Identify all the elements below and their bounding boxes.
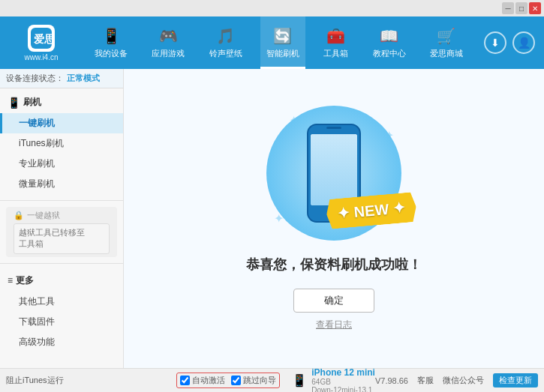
svg-rect-4	[326, 127, 341, 129]
status-value: 正常模式	[67, 73, 100, 84]
checkbox-group: 自动激活 跳过向导	[176, 373, 280, 388]
bottom-bar: 阻止iTunes运行 自动激活 跳过向导 📱 iPhone 12 mini 64…	[0, 368, 544, 392]
more-label: 更多	[16, 274, 34, 287]
skip-wizard-input[interactable]	[231, 376, 241, 385]
logo-text: www.i4.cn	[24, 53, 58, 61]
auto-launch-checkbox[interactable]: 自动激活	[180, 375, 225, 386]
tutorial-label: 教程中心	[373, 48, 406, 59]
nav-item-ringtones[interactable]: 🎵 铃声壁纸	[203, 16, 248, 69]
nav-item-smart-flash[interactable]: 🔄 智能刷机	[260, 16, 305, 69]
flash-section-label: 刷机	[23, 96, 41, 109]
more-section: ≡ 更多 其他工具 下载固件 高级功能	[0, 267, 123, 355]
device-firmware: Down-12mini-13,1	[311, 386, 375, 393]
update-button[interactable]: 检查更新	[493, 373, 538, 388]
smart-flash-label: 智能刷机	[266, 48, 299, 59]
logo-icon: 爱思	[28, 25, 55, 52]
divider-2	[0, 263, 123, 264]
wechat-link[interactable]: 微信公众号	[443, 375, 484, 386]
status-label: 设备连接状态：	[6, 73, 64, 84]
toolbox-icon: 🧰	[326, 27, 345, 45]
nav-items: 📱 我的设备 🎮 应用游戏 🎵 铃声壁纸 🔄 智能刷机 🧰 工具箱 📖 教程中心…	[83, 16, 475, 69]
logo[interactable]: 爱思 www.i4.cn	[0, 25, 83, 61]
jailbreak-notice: 越狱工具已转移至工具箱	[14, 223, 110, 254]
svg-text:爱思: 爱思	[34, 33, 52, 45]
store-label: 爱思商城	[430, 48, 463, 59]
version-label: V7.98.66	[375, 376, 408, 385]
divider-1	[0, 200, 123, 201]
close-button[interactable]: ✕	[529, 2, 541, 14]
device-info: 📱 iPhone 12 mini 64GB Down-12mini-13,1	[292, 367, 375, 393]
smart-flash-icon: 🔄	[273, 27, 292, 45]
download-button[interactable]: ⬇	[484, 31, 506, 54]
secondary-link[interactable]: 查看日志	[316, 319, 352, 331]
toolbox-label: 工具箱	[323, 48, 348, 59]
circle-background: ✦ NEW ✦	[266, 106, 401, 241]
success-message: 恭喜您，保资料刷机成功啦！	[246, 256, 422, 274]
sidebar-item-other-tools[interactable]: 其他工具	[0, 292, 123, 312]
user-button[interactable]: 👤	[512, 31, 535, 54]
sidebar-item-advanced[interactable]: 高级功能	[0, 332, 123, 352]
confirm-button[interactable]: 确定	[293, 289, 374, 313]
nav-item-toolbox[interactable]: 🧰 工具箱	[317, 16, 354, 69]
title-bar: ─ □ ✕	[0, 0, 544, 16]
sidebar: 设备连接状态： 正常模式 📱 刷机 一键刷机 iTunes刷机 专业刷机 微量刷…	[0, 69, 124, 368]
store-icon: 🛒	[437, 27, 455, 45]
tutorial-icon: 📖	[380, 27, 398, 45]
customer-service-link[interactable]: 客服	[417, 375, 434, 386]
header: 爱思 www.i4.cn 📱 我的设备 🎮 应用游戏 🎵 铃声壁纸 🔄 智能刷机…	[0, 16, 544, 69]
bottom-left: 阻止iTunes运行 自动激活 跳过向导 📱 iPhone 12 mini 64…	[6, 367, 375, 393]
svg-rect-6	[311, 134, 357, 205]
device-name: iPhone 12 mini	[311, 367, 375, 378]
nav-item-my-device[interactable]: 📱 我的设备	[89, 16, 134, 69]
sidebar-item-micro-flash[interactable]: 微量刷机	[0, 174, 123, 194]
nav-item-apps-games[interactable]: 🎮 应用游戏	[146, 16, 191, 69]
flash-section: 📱 刷机 一键刷机 iTunes刷机 专业刷机 微量刷机	[0, 88, 123, 197]
flash-section-icon: 📱	[8, 97, 20, 109]
content-area: ✦ ✦ ✦ ✧	[124, 69, 544, 368]
success-illustration: ✦ ✦ ✦ ✧	[266, 106, 401, 241]
device-storage: 64GB	[311, 378, 375, 386]
auto-launch-label: 自动激活	[192, 375, 225, 386]
my-device-label: 我的设备	[95, 48, 128, 59]
restore-button[interactable]: □	[515, 2, 527, 14]
ringtones-label: 铃声壁纸	[209, 48, 242, 59]
nav-item-store[interactable]: 🛒 爱思商城	[424, 16, 469, 69]
sidebar-item-pro-flash[interactable]: 专业刷机	[0, 154, 123, 174]
stop-itunes-link[interactable]: 阻止iTunes运行	[6, 375, 64, 386]
apps-games-label: 应用游戏	[152, 48, 185, 59]
apps-games-icon: 🎮	[159, 27, 178, 45]
bottom-right: V7.98.66 客服 微信公众号 检查更新	[375, 373, 538, 388]
sidebar-item-one-click-flash[interactable]: 一键刷机	[0, 113, 123, 133]
skip-wizard-checkbox[interactable]: 跳过向导	[231, 375, 276, 386]
status-bar: 设备连接状态： 正常模式	[0, 69, 123, 88]
more-section-header: ≡ 更多	[0, 270, 123, 292]
device-details: iPhone 12 mini 64GB Down-12mini-13,1	[311, 367, 375, 393]
my-device-icon: 📱	[102, 27, 121, 45]
sidebar-item-download-firmware[interactable]: 下载固件	[0, 312, 123, 332]
skip-wizard-label: 跳过向导	[243, 375, 276, 386]
sidebar-item-itunes-flash[interactable]: iTunes刷机	[0, 133, 123, 154]
nav-item-tutorial[interactable]: 📖 教程中心	[367, 16, 412, 69]
jailbreak-section: 🔒 一键越狱 越狱工具已转移至工具箱	[6, 207, 117, 257]
ringtones-icon: 🎵	[216, 27, 235, 45]
device-icon: 📱	[292, 373, 307, 388]
jailbreak-label: 🔒 一键越狱	[14, 210, 110, 221]
header-right: ⬇ 👤	[475, 31, 544, 54]
main-layout: 设备连接状态： 正常模式 📱 刷机 一键刷机 iTunes刷机 专业刷机 微量刷…	[0, 69, 544, 368]
auto-launch-input[interactable]	[180, 376, 190, 385]
minimize-button[interactable]: ─	[502, 2, 514, 14]
more-icon: ≡	[8, 275, 13, 286]
flash-section-header: 📱 刷机	[0, 91, 123, 113]
